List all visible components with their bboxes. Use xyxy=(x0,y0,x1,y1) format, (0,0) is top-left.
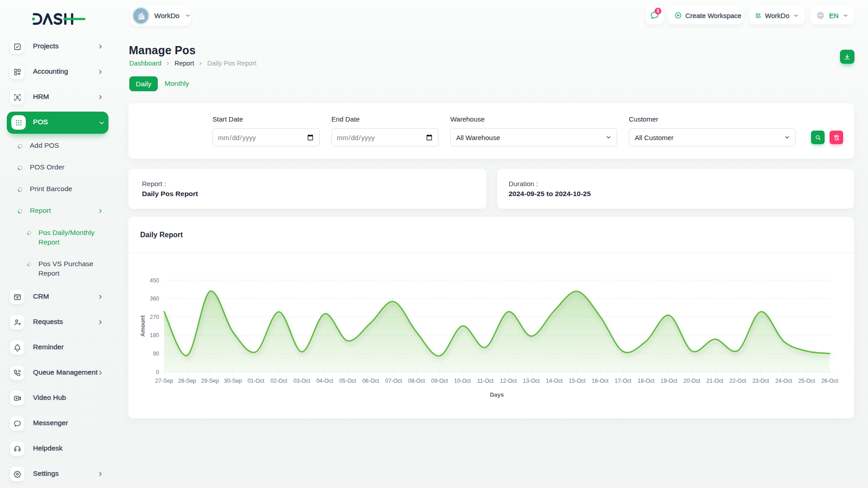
customer-select[interactable]: All Customer xyxy=(629,128,796,146)
svg-text:23-Oct: 23-Oct xyxy=(752,378,769,384)
sidebar-item-label: Projects xyxy=(33,42,59,50)
chevron-right-icon xyxy=(198,61,203,66)
sidebar-item-reminder[interactable]: Reminder xyxy=(0,340,119,355)
report-summary-card: Report : Daily Pos Report xyxy=(128,169,486,209)
sidebar-item-pos-daily-monthly-report[interactable]: Pos Daily/Monthly Report xyxy=(0,227,119,247)
user-plus-icon xyxy=(10,315,24,329)
breadcrumb-report[interactable]: Report xyxy=(175,60,194,67)
create-workspace-button[interactable]: Create Workspace xyxy=(668,6,743,24)
sidebar-item-messenger[interactable]: Messenger xyxy=(0,416,119,431)
svg-text:Days: Days xyxy=(490,391,504,398)
chevron-right-icon xyxy=(97,370,104,376)
sidebar-item-settings[interactable]: Settings xyxy=(0,467,119,481)
download-button[interactable] xyxy=(840,50,854,64)
app-switcher[interactable]: WorkDo xyxy=(749,6,805,24)
sidebar-item-crm[interactable]: CRM xyxy=(0,290,119,304)
sidebar-item-pos[interactable]: POS xyxy=(0,112,119,134)
svg-text:08-Oct: 08-Oct xyxy=(408,378,425,384)
sidebar-item-label: Reminder xyxy=(33,343,64,351)
chart-title: Daily Report xyxy=(140,231,183,239)
svg-text:90: 90 xyxy=(153,351,159,357)
page-title: Manage Pos xyxy=(129,44,196,57)
warehouse-select[interactable]: All Warehouse xyxy=(450,128,617,146)
sidebar-item-pos-order[interactable]: POS Order xyxy=(0,162,119,173)
create-workspace-label: Create Workspace xyxy=(685,12,741,19)
sidebar-item-label: Queue Management xyxy=(33,368,98,376)
chevron-down-icon xyxy=(99,120,105,126)
customer-label: Customer xyxy=(629,115,658,123)
chart-card-header: Daily Report xyxy=(128,217,854,253)
trash-off-icon xyxy=(833,134,840,141)
grid-add-icon xyxy=(10,65,24,79)
daily-report-card: Daily Report 09018027036045027-Sep28-Sep… xyxy=(128,217,854,418)
bell-icon xyxy=(10,340,24,355)
tab-daily[interactable]: Daily xyxy=(129,76,158,91)
svg-text:16-Oct: 16-Oct xyxy=(592,378,609,384)
svg-text:14-Oct: 14-Oct xyxy=(546,378,563,384)
duration-label: Duration : xyxy=(509,180,538,188)
language-label: EN xyxy=(829,12,839,19)
sidebar-item-label: Accounting xyxy=(33,67,68,75)
svg-text:10-Oct: 10-Oct xyxy=(454,378,471,384)
sidebar-item-label: Messenger xyxy=(33,419,68,427)
workspace-avatar building-icon xyxy=(133,8,148,23)
chevron-right-icon xyxy=(97,208,104,214)
sidebar-item-video-hub[interactable]: Video Hub xyxy=(0,391,119,405)
svg-text:26-Oct: 26-Oct xyxy=(821,378,838,384)
svg-text:15-Oct: 15-Oct xyxy=(569,378,586,384)
sidebar-item-projects[interactable]: Projects xyxy=(0,39,119,54)
svg-text:01-Oct: 01-Oct xyxy=(247,378,264,384)
sidebar-item-add-pos[interactable]: Add POS xyxy=(0,141,119,151)
globe-icon xyxy=(816,11,825,20)
sidebar-item-requests[interactable]: Requests xyxy=(0,315,119,329)
svg-text:180: 180 xyxy=(150,332,159,338)
svg-text:24-Oct: 24-Oct xyxy=(775,378,793,384)
tab-monthly[interactable]: Monthly xyxy=(165,80,189,88)
sidebar-item-print-barcode[interactable]: Print Barcode xyxy=(0,184,119,195)
end-date-input[interactable] xyxy=(331,128,439,146)
sidebar-item-accounting[interactable]: Accounting xyxy=(0,65,119,79)
svg-text:450: 450 xyxy=(150,277,159,284)
svg-text:Amount: Amount xyxy=(140,315,146,337)
sidebar-item-queue-management[interactable]: Queue Management xyxy=(0,366,119,380)
start-date-input[interactable] xyxy=(212,128,320,146)
sidebar-active-pill: POS xyxy=(7,112,108,134)
chevron-down-icon xyxy=(843,13,849,19)
sidebar-item-label: Helpdesk xyxy=(33,444,62,452)
svg-text:270: 270 xyxy=(150,314,159,320)
chevron-right-icon xyxy=(97,294,104,300)
sidebar-item-hrm[interactable]: HRM xyxy=(0,90,119,104)
workspace-switcher[interactable]: WorkDo xyxy=(130,5,191,26)
search-button[interactable] xyxy=(811,131,825,144)
sidebar-item-label: HRM xyxy=(33,93,49,101)
dash-logo[interactable] xyxy=(30,11,86,28)
daily-report-chart: 09018027036045027-Sep28-Sep29-Sep30-Sep0… xyxy=(128,253,854,418)
circle-bullet-icon xyxy=(17,186,23,192)
svg-text:06-Oct: 06-Oct xyxy=(362,378,379,384)
svg-text:22-Oct: 22-Oct xyxy=(729,378,746,384)
video-plus-icon xyxy=(10,391,24,405)
svg-text:0: 0 xyxy=(156,369,159,375)
circle-bullet-icon xyxy=(27,260,32,265)
svg-text:18-Oct: 18-Oct xyxy=(637,378,655,384)
circle-bullet-icon xyxy=(17,164,23,170)
sidebar-item-report[interactable]: Report xyxy=(0,206,119,216)
sidebar-item-helpdesk[interactable]: Helpdesk xyxy=(0,441,119,456)
chevron-right-icon xyxy=(97,69,104,75)
chevron-down-icon xyxy=(185,13,191,19)
circle-bullet-icon xyxy=(27,229,32,234)
svg-text:19-Oct: 19-Oct xyxy=(660,378,678,384)
messages-button[interactable]: 0 xyxy=(646,6,664,24)
sidebar-item-pos-vs-purchase-report[interactable]: Pos VS Purchase Report xyxy=(0,258,119,278)
chevron-right-icon xyxy=(97,43,104,50)
svg-text:20-Oct: 20-Oct xyxy=(684,378,701,384)
sidebar-item-label: Requests xyxy=(33,318,63,326)
chat-badge: 0 xyxy=(655,8,661,14)
language-selector[interactable]: EN xyxy=(810,6,854,24)
reset-button[interactable] xyxy=(830,131,843,144)
headset-icon xyxy=(10,441,24,456)
breadcrumb-dashboard[interactable]: Dashboard xyxy=(129,60,161,67)
svg-text:28-Sep: 28-Sep xyxy=(178,378,196,384)
svg-text:360: 360 xyxy=(150,296,159,302)
user-scan-icon xyxy=(10,90,24,104)
